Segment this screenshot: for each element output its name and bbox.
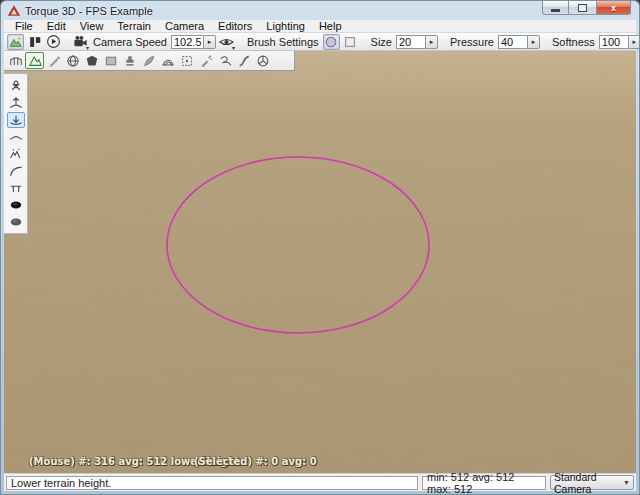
menu-camera[interactable]: Camera <box>158 20 211 33</box>
terrain-painter-icon <box>47 54 61 68</box>
menu-terrain[interactable]: Terrain <box>110 20 158 33</box>
size-label: Size <box>371 36 392 48</box>
paint-noise-button[interactable] <box>7 146 25 162</box>
material-editor-button[interactable] <box>63 52 82 69</box>
mesh-road-editor-button[interactable] <box>158 52 177 69</box>
road-path-editor-button[interactable] <box>234 52 253 69</box>
camera-speed-input[interactable] <box>171 35 203 49</box>
maximize-button[interactable] <box>569 1 596 15</box>
titlebar: Torque 3D - FPS Example x <box>1 1 639 20</box>
pressure-field: ▸ <box>498 35 540 49</box>
terrain-height-stats: min: 512 avg: 512 max: 512 <box>422 476 546 490</box>
close-button[interactable]: x <box>596 1 631 15</box>
set-empty-button[interactable] <box>7 197 25 213</box>
menu-lighting[interactable]: Lighting <box>259 20 312 33</box>
main-toolbar: ▾ Camera Speed ▸ ▾ Brush Settings <box>4 33 636 51</box>
menu-editors[interactable]: Editors <box>211 20 259 33</box>
mission-area-editor-button[interactable] <box>177 52 196 69</box>
raise-height-button[interactable] <box>7 95 25 111</box>
lower-height-button[interactable] <box>7 112 25 128</box>
grab-terrain-button[interactable] <box>7 78 25 94</box>
status-hint: Lower terrain height. <box>6 476 418 490</box>
terrain-editor-icon <box>28 54 42 68</box>
smooth-slope-icon <box>9 164 23 178</box>
menu-help[interactable]: Help <box>312 20 349 33</box>
flatten-icon <box>9 181 23 195</box>
size-spinner[interactable]: ▸ <box>425 35 438 49</box>
gui-editor-icon <box>28 35 42 49</box>
clear-empty-button[interactable] <box>7 214 25 230</box>
terrain-tool-palette <box>4 73 28 234</box>
softness-spinner[interactable]: ▸ <box>628 35 640 49</box>
shape-editor-button[interactable] <box>253 52 272 69</box>
visibility-menu-button[interactable]: ▾ <box>218 34 235 50</box>
camera-select-value: Standard Camera <box>554 471 623 495</box>
sketch-tool-icon <box>85 54 99 68</box>
torque-logo-icon <box>7 4 21 18</box>
forest-editor-button[interactable] <box>139 52 158 69</box>
chevron-down-icon: ▾ <box>232 45 235 51</box>
minimize-button[interactable] <box>542 1 569 15</box>
terrain-render <box>4 51 636 473</box>
close-icon: x <box>611 3 616 13</box>
set-empty-icon <box>9 198 23 212</box>
camera-select[interactable]: Standard Camera ▼ <box>550 475 634 490</box>
object-editor-icon <box>9 54 23 68</box>
play-icon <box>46 34 61 49</box>
play-game-button[interactable] <box>45 34 62 50</box>
material-editor-icon <box>66 54 80 68</box>
maximize-icon <box>578 4 587 12</box>
forest-editor-icon <box>142 54 156 68</box>
camera-speed-spinner[interactable]: ▸ <box>203 35 216 49</box>
smooth-button[interactable] <box>7 129 25 145</box>
softness-input[interactable] <box>599 35 628 49</box>
gui-editor-button[interactable] <box>26 34 43 50</box>
brush-square-button[interactable] <box>342 34 359 50</box>
world-editor-button[interactable] <box>7 34 24 50</box>
river-editor-icon <box>218 54 232 68</box>
object-editor-button[interactable] <box>6 52 25 69</box>
menu-file[interactable]: File <box>8 20 40 33</box>
brush-circle-button[interactable] <box>323 34 340 50</box>
raise-height-icon <box>9 96 23 110</box>
mesh-road-editor-icon <box>161 54 175 68</box>
softness-label: Softness <box>552 36 595 48</box>
particle-editor-icon <box>199 54 213 68</box>
smooth-slope-button[interactable] <box>7 163 25 179</box>
brush-settings-label: Brush Settings <box>247 36 319 48</box>
particle-editor-button[interactable] <box>196 52 215 69</box>
terrain-editor-button[interactable] <box>25 52 44 69</box>
menu-view[interactable]: View <box>73 20 111 33</box>
editor-toolbar <box>4 51 295 71</box>
size-field: ▸ <box>396 35 438 49</box>
decal-editor-icon <box>123 54 137 68</box>
grab-terrain-icon <box>9 79 23 93</box>
camera-speed-field: ▸ <box>171 35 216 49</box>
camera-menu-button[interactable]: ▾ <box>72 34 89 50</box>
pressure-input[interactable] <box>498 35 527 49</box>
menubar: File Edit View Terrain Camera Editors Li… <box>4 20 636 33</box>
size-input[interactable] <box>396 35 425 49</box>
chevron-down-icon: ▾ <box>86 45 89 51</box>
clear-empty-icon <box>9 215 23 229</box>
terrain-painter-button[interactable] <box>44 52 63 69</box>
decal-editor-button[interactable] <box>120 52 139 69</box>
window-controls: x <box>542 1 631 15</box>
flatten-button[interactable] <box>7 180 25 196</box>
datablock-editor-button[interactable] <box>101 52 120 69</box>
river-editor-button[interactable] <box>215 52 234 69</box>
selected-stats-overlay: (Selected) #: 0 avg: 0 <box>194 456 317 467</box>
paint-noise-icon <box>9 147 23 161</box>
road-path-editor-icon <box>237 54 251 68</box>
app-window: Torque 3D - FPS Example x File Edit View… <box>0 0 640 495</box>
menu-edit[interactable]: Edit <box>40 20 73 33</box>
pressure-label: Pressure <box>450 36 494 48</box>
camera-speed-label: Camera Speed <box>93 36 167 48</box>
minimize-icon <box>551 9 560 12</box>
viewport-3d[interactable]: (Mouse) #: 316 avg: 512 lowerHeight (Sel… <box>4 51 636 473</box>
chevron-down-icon: ▼ <box>623 479 630 486</box>
pressure-spinner[interactable]: ▸ <box>527 35 540 49</box>
sketch-tool-button[interactable] <box>82 52 101 69</box>
mission-area-editor-icon <box>180 54 194 68</box>
window-title: Torque 3D - FPS Example <box>25 5 153 17</box>
